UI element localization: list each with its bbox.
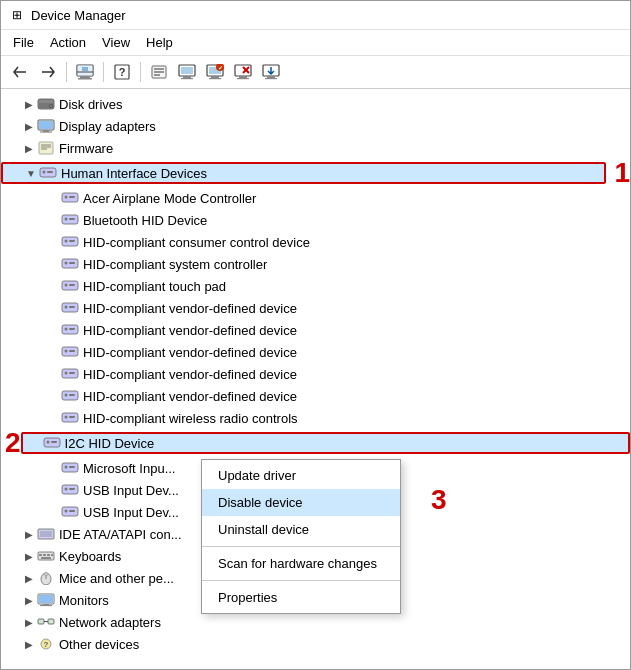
toolbar-separator-1 bbox=[66, 62, 67, 82]
menu-view[interactable]: View bbox=[94, 32, 138, 53]
other-devices-label: Other devices bbox=[59, 637, 139, 652]
svg-rect-97 bbox=[41, 557, 51, 559]
tree-item-acer-airplane[interactable]: ▶ Acer Airplane Mode Controller bbox=[1, 187, 630, 209]
tree-item-hid[interactable]: ▼ Human Interface Devices bbox=[1, 162, 606, 184]
tree-item-hid-vendor4[interactable]: ▶ HID-compliant vendor-defined device bbox=[1, 363, 630, 385]
toolbar: ? bbox=[1, 56, 630, 89]
context-uninstall-device[interactable]: Uninstall device bbox=[202, 516, 400, 543]
hid-label: Human Interface Devices bbox=[61, 166, 207, 181]
menu-file[interactable]: File bbox=[5, 32, 42, 53]
menu-action[interactable]: Action bbox=[42, 32, 94, 53]
help-button[interactable]: ? bbox=[109, 59, 135, 85]
svg-point-76 bbox=[65, 416, 68, 419]
svg-rect-47 bbox=[69, 196, 75, 198]
tree-item-hid-consumer[interactable]: ▶ HID-compliant consumer control device bbox=[1, 231, 630, 253]
ms-input-icon bbox=[61, 460, 79, 476]
svg-point-79 bbox=[46, 441, 49, 444]
context-separator-2 bbox=[202, 580, 400, 581]
i2c-hid-icon bbox=[43, 435, 61, 451]
svg-rect-96 bbox=[51, 554, 53, 556]
svg-point-67 bbox=[65, 350, 68, 353]
svg-rect-105 bbox=[38, 619, 44, 624]
svg-point-46 bbox=[65, 196, 68, 199]
display-adapters-icon bbox=[37, 118, 55, 134]
svg-rect-50 bbox=[69, 218, 75, 220]
context-update-driver[interactable]: Update driver bbox=[202, 462, 400, 489]
tree-item-bluetooth-hid[interactable]: ▶ Bluetooth HID Device bbox=[1, 209, 630, 231]
keyboard-icon bbox=[37, 548, 55, 564]
download-button[interactable] bbox=[258, 59, 284, 85]
svg-rect-38 bbox=[39, 142, 53, 154]
usb-input2-label: USB Input Dev... bbox=[83, 505, 179, 520]
expand-icon: ▶ bbox=[21, 140, 37, 156]
bluetooth-label: Bluetooth HID Device bbox=[83, 213, 207, 228]
forward-button[interactable] bbox=[35, 59, 61, 85]
context-disable-device[interactable]: Disable device bbox=[202, 489, 400, 516]
tree-item-hid-vendor1[interactable]: ▶ HID-compliant vendor-defined device bbox=[1, 297, 630, 319]
monitors-icon bbox=[37, 592, 55, 608]
tree-item-i2c-hid[interactable]: ▶ I2C HID Device bbox=[21, 432, 630, 454]
computer-button[interactable] bbox=[72, 59, 98, 85]
svg-point-82 bbox=[65, 466, 68, 469]
monitor-button[interactable] bbox=[174, 59, 200, 85]
hid-vendor5-icon bbox=[61, 388, 79, 404]
hid-vendor2-label: HID-compliant vendor-defined device bbox=[83, 323, 297, 338]
svg-rect-35 bbox=[39, 121, 53, 129]
svg-rect-23 bbox=[239, 76, 247, 78]
tree-item-display-adapters[interactable]: ▶ Display adapters bbox=[1, 115, 630, 137]
hid-vendor4-label: HID-compliant vendor-defined device bbox=[83, 367, 297, 382]
svg-rect-59 bbox=[69, 284, 75, 286]
tree-item-hid-vendor2[interactable]: ▶ HID-compliant vendor-defined device bbox=[1, 319, 630, 341]
hid-vendor1-icon bbox=[61, 300, 79, 316]
hid-icon bbox=[39, 165, 57, 181]
tree-item-hid-wireless[interactable]: ▶ HID-compliant wireless radio controls bbox=[1, 407, 630, 429]
svg-point-58 bbox=[65, 284, 68, 287]
tree-item-disk-drives[interactable]: ▶ Disk drives bbox=[1, 93, 630, 115]
context-scan-hardware[interactable]: Scan for hardware changes bbox=[202, 550, 400, 577]
tree-item-network-adapters[interactable]: ▶ Network adapters bbox=[1, 611, 630, 633]
delete-button[interactable] bbox=[230, 59, 256, 85]
bluetooth-icon bbox=[61, 212, 79, 228]
disable-device-label: Disable device bbox=[218, 495, 303, 510]
unknown-button[interactable]: ✓ bbox=[202, 59, 228, 85]
usb-input1-label: USB Input Dev... bbox=[83, 483, 179, 498]
svg-rect-14 bbox=[181, 78, 193, 79]
svg-rect-29 bbox=[265, 78, 277, 79]
hid-wireless-label: HID-compliant wireless radio controls bbox=[83, 411, 298, 426]
drivers-button[interactable] bbox=[146, 59, 172, 85]
expand-icon: ▶ bbox=[21, 636, 37, 652]
toolbar-separator-3 bbox=[140, 62, 141, 82]
window-title: Device Manager bbox=[31, 8, 126, 23]
ide-icon bbox=[37, 526, 55, 542]
tree-item-hid-vendor5[interactable]: ▶ HID-compliant vendor-defined device bbox=[1, 385, 630, 407]
svg-rect-89 bbox=[69, 510, 75, 512]
svg-rect-65 bbox=[69, 328, 75, 330]
tree-item-hid-vendor3[interactable]: ▶ HID-compliant vendor-defined device bbox=[1, 341, 630, 363]
usb-input1-icon bbox=[61, 482, 79, 498]
svg-point-61 bbox=[65, 306, 68, 309]
svg-rect-86 bbox=[69, 488, 75, 490]
tree-item-firmware[interactable]: ▶ Firmware bbox=[1, 137, 630, 159]
svg-text:?: ? bbox=[44, 640, 49, 649]
svg-point-88 bbox=[65, 510, 68, 513]
tree-item-hid-system[interactable]: ▶ HID-compliant system controller bbox=[1, 253, 630, 275]
menu-help[interactable]: Help bbox=[138, 32, 181, 53]
svg-rect-106 bbox=[48, 619, 54, 624]
context-properties[interactable]: Properties bbox=[202, 584, 400, 611]
svg-rect-53 bbox=[69, 240, 75, 242]
hid-vendor2-icon bbox=[61, 322, 79, 338]
expand-icon: ▼ bbox=[23, 165, 39, 181]
context-menu: Update driver Disable device Uninstall d… bbox=[201, 459, 401, 614]
svg-point-33 bbox=[50, 105, 52, 107]
firmware-icon bbox=[37, 140, 55, 156]
annotation-2: 2 bbox=[5, 429, 21, 457]
tree-item-hid-touch[interactable]: ▶ HID-compliant touch pad bbox=[1, 275, 630, 297]
firmware-label: Firmware bbox=[59, 141, 113, 156]
tree-item-other-devices[interactable]: ▶ ? Other devices bbox=[1, 633, 630, 655]
expand-icon: ▶ bbox=[21, 118, 37, 134]
svg-rect-94 bbox=[43, 554, 46, 556]
svg-point-43 bbox=[43, 171, 46, 174]
back-button[interactable] bbox=[7, 59, 33, 85]
expand-icon: ▶ bbox=[21, 614, 37, 630]
content-area: ▶ Disk drives ▶ Display adapters ▶ bbox=[1, 89, 630, 669]
